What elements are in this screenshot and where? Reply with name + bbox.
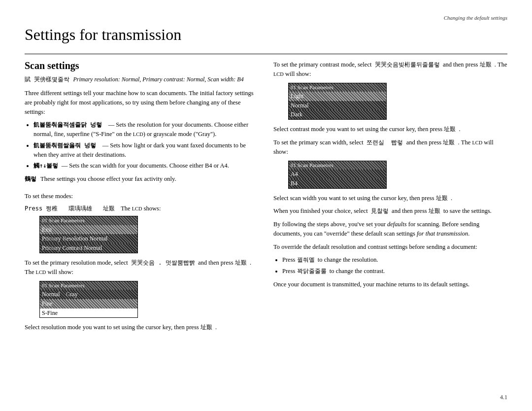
subtitle-line: 賦 哭傍樣몇줄싹 Primary resolution: Normal, Pri… <box>25 75 259 84</box>
override-list: Press 뀔쒀멜 to change the resolution. Pres… <box>273 255 507 276</box>
contrast-cjk: 哭哭숫음빚桁룰뒤줄룰렇 <box>375 61 440 68</box>
lcd4-row-a4: A4 <box>289 170 386 179</box>
bullet-cjk-2: 飢볼뚬춰렴쌀옳줘 넝렇 <box>33 142 96 149</box>
finished-cjk: 見찰렇 <box>371 207 389 214</box>
left-column: Scan settings 賦 哭傍樣몇줄싹 Primary resolutio… <box>25 60 259 336</box>
sel-res-press: 址艱 <box>200 324 212 331</box>
note-label: 鶴렇 <box>25 174 36 188</box>
lcd2-row-fine: Fine <box>40 299 137 308</box>
page-container: Changing the default settings Settings f… <box>0 0 532 411</box>
two-column-layout: Scan settings 賦 哭傍樣몇줄싹 Primary resolutio… <box>25 60 507 336</box>
lcd2-row-normal: Normal Gray <box>40 290 137 299</box>
lcd4-row-b4: B4 <box>289 179 386 188</box>
settings-list: 飢볼뚬춰옳적셈줄닭 넝렇 — Sets the resolution for y… <box>25 120 259 171</box>
select-scan-width: Select scan width you want to set using … <box>273 194 507 203</box>
lcd3-row-normal: Normal <box>289 101 386 110</box>
lcd1-row-primary-con: Primary Contrast Normal <box>40 243 137 253</box>
title-divider <box>25 54 507 54</box>
override-cjk-2: 꽉닭줄줄룰 <box>297 268 327 274</box>
list-item: 飢볼뚬춰옳적셈줄닭 넝렇 — Sets the resolution for y… <box>33 120 259 139</box>
to-set-modes: To set these modes: <box>25 192 259 201</box>
note-text: These settings you choose effect your fa… <box>40 174 176 184</box>
lcd4-header: 01 Scan Parameters <box>289 161 386 170</box>
contrast-press: 址艱 <box>480 61 492 68</box>
lcd3-row-dark: Dark <box>289 110 386 119</box>
scan-width-instruction: To set the primary scan width, select 쪼련… <box>273 138 507 157</box>
finished-instruction: When you finished your choice, select 見찰… <box>273 206 507 216</box>
override-cjk-1: 뀔쒀멜 <box>297 256 315 263</box>
lcd-display-2: 01 Scan Parameters Normal Gray Fine S-Fi… <box>39 281 138 318</box>
right-column: To set the primary contrast mode, select… <box>273 60 507 336</box>
override-intro: To override the default resolution and c… <box>273 242 507 252</box>
lcd3-header: 01 Scan Parameters <box>289 83 386 92</box>
lcd2-row-sfine: S-Fine <box>40 308 137 318</box>
select-contrast: Select contrast mode you want to set usi… <box>273 125 507 134</box>
page-number: 4.1 <box>500 394 507 401</box>
bullet-cjk-1: 飢볼뚬춰옳적셈줄닭 넝렇 <box>33 121 102 128</box>
res-cjk: 哭哭숫음 . 멋쌀뿜빱빩 <box>131 259 195 266</box>
contrast-instruction: To set the primary contrast mode, select… <box>273 60 507 79</box>
lcd1-row-primary-res: Primary Resolution Normal <box>40 234 137 243</box>
lcd-display-4: 01 Scan Parameters A4 B4 <box>288 161 387 189</box>
width-cjk: 쪼련실 빱렇 <box>366 139 403 146</box>
subtitle-italic: Primary resolution: Normal, Primary cont… <box>73 76 243 83</box>
defaults-para: By following the steps above, you've set… <box>273 220 507 239</box>
lcd1-header: 01 Scan Parameters <box>40 216 137 225</box>
list-item: 觸↑↓볼렇 — Sets the scan width for your doc… <box>33 161 259 171</box>
intro-text: Three different settings tell your machi… <box>25 89 259 116</box>
primary-resolution-instruction: To set the primary resolution mode, sele… <box>25 258 259 277</box>
list-item: 飢볼뚬춰렴쌀옳줘 넝렇 — Sets how light or dark you… <box>33 141 259 160</box>
press-instruction: Press 쩡稚 環瑀瑀雄 址艱 The LCD shows: <box>25 204 259 213</box>
lcd-display-3: 01 Scan Parameters Light Normal Dark <box>288 83 387 120</box>
lcd3-row-light: Light <box>289 92 386 101</box>
page-title: Settings for transmission <box>25 26 507 44</box>
subtitle-cjk: 賦 哭傍樣몇줄싹 <box>25 76 73 83</box>
width-press: 址艱 <box>443 139 455 146</box>
header-text: Changing the default settings <box>444 15 507 21</box>
lcd2-header: 01 Scan Parameters <box>40 281 137 290</box>
note-line: 鶴렇 These settings you choose effect your… <box>25 174 259 188</box>
lcd1-row-exit: Exit <box>40 225 137 235</box>
page-header: Changing the default settings <box>25 15 507 21</box>
res-press: 址艱 <box>235 259 247 266</box>
override-item-2: Press 꽉닭줄줄룰 to change the contrast. <box>282 267 507 276</box>
section-heading: Scan settings <box>25 60 259 71</box>
bullet-cjk-3: 觸↑↓볼렇 <box>33 162 58 169</box>
finished-press: 址艱 <box>429 207 440 214</box>
final-note: Once your document is transmitted, your … <box>273 280 507 289</box>
lcd-display-1: 01 Scan Parameters Exit Primary Resoluti… <box>39 216 138 253</box>
press-text: Press 쩡稚 環瑀瑀雄 址艱 <box>25 205 115 212</box>
select-resolution: Select resolution mode you want to set u… <box>25 323 259 332</box>
override-item-1: Press 뀔쒀멜 to change the resolution. <box>282 255 507 265</box>
sel-con-press: 址艱 <box>444 126 456 133</box>
sel-width-press: 址艱 <box>436 195 448 202</box>
